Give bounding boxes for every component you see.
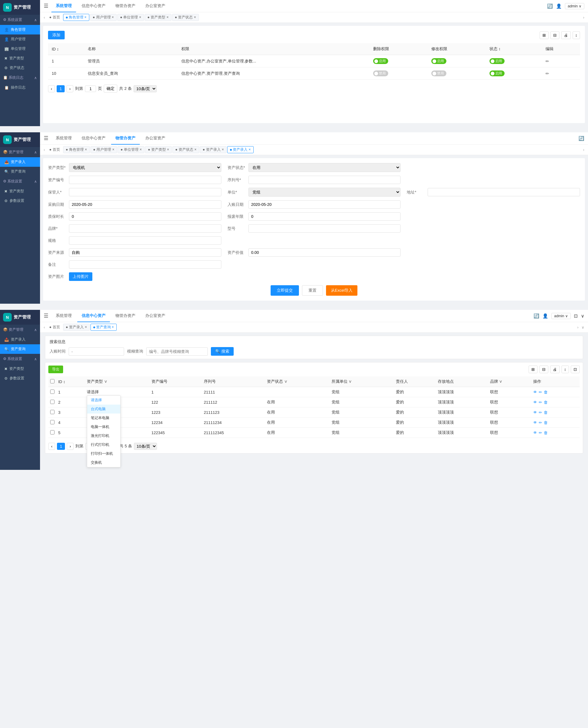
maximize-icon-3[interactable]: ⊡ — [574, 313, 578, 319]
breadcrumb-prev-1[interactable]: ‹ — [42, 15, 46, 20]
tool-sort-3[interactable]: ↕ — [562, 366, 569, 373]
breadcrumb-types-2[interactable]: ● 资产类型 × — [145, 146, 172, 153]
row-action-delete-3-5[interactable]: 🗑 — [544, 431, 548, 435]
breadcrumb-next-3[interactable]: › — [576, 325, 580, 330]
nav-tab-office-3[interactable]: 办公室资产 — [141, 310, 170, 322]
tool-export2-3[interactable]: ⊟ — [539, 366, 548, 373]
admin-btn-1[interactable]: admin ∨ — [565, 3, 584, 9]
input-model-2[interactable] — [248, 224, 401, 233]
breadcrumb-item-types-1[interactable]: ● 资产类型 × — [145, 14, 171, 21]
row-action-view-3-5[interactable]: 👁 — [533, 431, 537, 435]
page-1-btn-3[interactable]: 1 — [57, 443, 65, 450]
row-checkbox-3-4[interactable] — [50, 420, 55, 424]
sidebar-item-users-1[interactable]: 👤 用户管理 — [0, 35, 40, 44]
row-action-edit-3-4[interactable]: ✏ — [539, 420, 542, 425]
search-fuzzy-input-3[interactable] — [146, 347, 208, 356]
page-prev-3[interactable]: ‹ — [48, 443, 55, 450]
user-icon-1[interactable]: 👤 — [556, 3, 562, 9]
breadcrumb-units-2[interactable]: ● 单位管理 × — [118, 146, 144, 153]
input-remark-2[interactable] — [69, 260, 221, 269]
sidebar-group-header-settings-1[interactable]: ⚙ 系统设置 ∧ — [0, 15, 40, 25]
input-value-2[interactable] — [248, 248, 401, 257]
select-asset-type-2[interactable]: 电视机 — [69, 163, 221, 172]
nav-tab-wuguan-3[interactable]: 物管办资产 — [111, 310, 140, 322]
dropdown-item-switch[interactable]: 交换机 — [87, 458, 120, 467]
nav-tab-sysadmin-2[interactable]: 系统管理 — [51, 132, 76, 145]
refresh-icon-2[interactable]: 🔄 — [579, 136, 584, 141]
page-size-select-1[interactable]: 10条/页 20条/页 — [133, 85, 157, 92]
breadcrumb-item-units-1[interactable]: ● 单位管理 × — [117, 14, 144, 21]
row-action-edit-3-5[interactable]: ✏ — [539, 431, 542, 435]
sidebar-group-header-settings-3[interactable]: ⚙ 系统设置 ∧ — [0, 354, 40, 364]
breadcrumb-entry-3[interactable]: ● 资产录入 × — [63, 324, 90, 331]
page-1-btn[interactable]: 1 — [57, 85, 64, 92]
nav-tab-info-3[interactable]: 信息中心资产 — [77, 310, 110, 322]
sidebar-item-params-3[interactable]: ⚙ 参数设置 — [0, 374, 40, 383]
row-action-view-3-4[interactable]: 👁 — [533, 420, 537, 425]
row-checkbox-3-1[interactable] — [50, 390, 55, 394]
upload-image-btn-2[interactable]: 上传图片 — [69, 272, 92, 281]
sidebar-item-entry-3[interactable]: 📥 资产录入 — [0, 335, 40, 344]
tool-sort-1[interactable]: ↕ — [573, 31, 580, 39]
page-size-select-3[interactable]: 10条/页 20条/页 — [134, 443, 157, 450]
tool-export-1[interactable]: ⊟ — [550, 31, 559, 39]
hamburger-icon-3[interactable]: ☰ — [44, 313, 48, 319]
nav-tab-office-2[interactable]: 办公室资产 — [141, 132, 170, 145]
sidebar-item-entry-2[interactable]: 📥 资产录入 — [0, 157, 40, 167]
row-action-delete-3-3[interactable]: 🗑 — [544, 410, 548, 415]
nav-tab-info-2[interactable]: 信息中心资产 — [77, 132, 110, 145]
nav-tab-info-1[interactable]: 信息中心资产 — [77, 0, 110, 12]
input-brand-2[interactable] — [69, 224, 221, 233]
breadcrumb-users-2[interactable]: ● 用户管理 × — [90, 146, 117, 153]
breadcrumb-home-2[interactable]: ● 首页 — [47, 147, 63, 153]
input-account-date-2[interactable] — [248, 200, 401, 208]
tool-print-3[interactable]: 🖨 — [550, 366, 560, 373]
tool-print-1[interactable]: 🖨 — [561, 31, 571, 39]
row-checkbox-3-2[interactable] — [50, 400, 55, 404]
input-address-2[interactable] — [427, 188, 580, 196]
row-checkbox-3-5[interactable] — [50, 430, 55, 435]
hamburger-icon-1[interactable]: ☰ — [44, 3, 48, 9]
sidebar-item-asset-types-1[interactable]: ✖ 资产类型 — [0, 53, 40, 63]
row-action-edit-3-3[interactable]: ✏ — [539, 410, 542, 415]
breadcrumb-prev-3[interactable]: ‹ — [42, 325, 46, 330]
breadcrumb-home-3[interactable]: ● 首页 — [47, 324, 63, 330]
sidebar-item-units-1[interactable]: 🏢 单位管理 — [0, 44, 40, 53]
breadcrumb-query-3[interactable]: 资产查询 × — [90, 324, 117, 331]
edit-perm-toggle-1-on[interactable]: 启用 — [431, 58, 446, 64]
breadcrumb-collapse-3[interactable]: ∨ — [580, 325, 586, 330]
input-scrap-years-2[interactable] — [248, 212, 401, 221]
row-checkbox-3-3[interactable] — [50, 410, 55, 414]
dropdown-item-row[interactable]: 行式打印机 — [87, 440, 120, 449]
breadcrumb-item-users-1[interactable]: ● 用户管理 × — [90, 14, 117, 21]
nav-tab-sysadmin-3[interactable]: 系统管理 — [51, 310, 76, 322]
select-all-checkbox-3[interactable] — [50, 379, 55, 383]
edit-icon-2[interactable]: ✏ — [546, 71, 549, 76]
row-action-delete-3-4[interactable]: 🗑 — [544, 420, 548, 425]
sidebar-item-query-2[interactable]: 🔍 资产查询 — [0, 167, 40, 176]
dropdown-item-laser[interactable]: 激光打印机 — [87, 432, 120, 440]
excel-import-btn-2[interactable]: 从Excel导入 — [326, 285, 358, 296]
edit-perm-toggle-2-off[interactable]: 禁用 — [431, 70, 446, 76]
sidebar-item-oplogs-1[interactable]: 📋 操作日志 — [0, 83, 40, 92]
tool-grid-3[interactable]: ⊞ — [529, 366, 538, 373]
admin-btn-3[interactable]: admin ∨ — [551, 313, 571, 319]
nav-tab-office-1[interactable]: 办公室资产 — [141, 0, 170, 12]
tool-maximize-3[interactable]: ⊡ — [571, 366, 580, 373]
breadcrumb-item-roles-1[interactable]: 角色管理 × — [63, 14, 89, 21]
nav-tab-wuguan-2[interactable]: 物管办资产 — [111, 132, 140, 145]
page-prev-1[interactable]: ‹ — [48, 85, 55, 92]
sidebar-group-header-assets-2[interactable]: 📦 资产管理 ∧ — [0, 147, 40, 157]
row-action-delete-3-1[interactable]: 🗑 — [544, 390, 548, 395]
nav-tab-wuguan-1[interactable]: 物管办资产 — [111, 0, 140, 12]
page-confirm-1[interactable]: 确定 — [104, 85, 117, 93]
user-icon-3[interactable]: 👤 — [542, 313, 548, 319]
row-action-view-3-3[interactable]: 👁 — [533, 410, 537, 415]
breadcrumb-next-1[interactable]: › — [582, 15, 586, 20]
type-value-3-1[interactable]: 请选择 — [87, 390, 99, 394]
breadcrumb-item-home-1[interactable]: ● 首页 — [47, 14, 63, 21]
breadcrumb-entry1-2[interactable]: ● 资产录入 × — [200, 146, 227, 153]
breadcrumb-item-status-1[interactable]: ● 资产状态 × — [172, 14, 199, 21]
status-toggle-2-on[interactable]: 启用 — [489, 70, 505, 76]
input-keeper-2[interactable] — [69, 188, 221, 196]
